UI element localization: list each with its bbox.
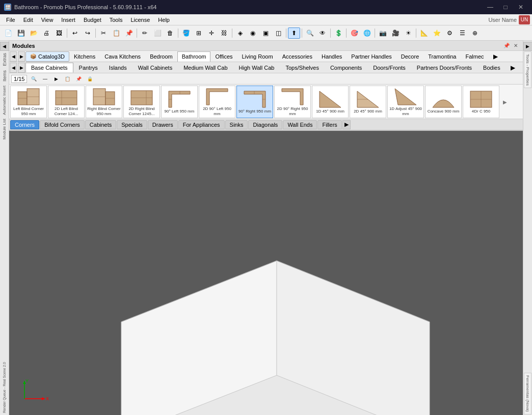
catalog-tab-bathroom[interactable]: Bathroom	[177, 51, 211, 62]
tb-open[interactable]: 📂	[28, 27, 40, 39]
tb-eye[interactable]: 👁	[316, 27, 329, 39]
sidebar-tab-render[interactable]: Render Queue - Real Scene 2.0	[2, 360, 7, 415]
maximize-button[interactable]: □	[498, 3, 513, 12]
catalog-tab-tramontina[interactable]: Tramontina	[423, 51, 461, 62]
sub-tab-high-wall[interactable]: High Wall Cab	[233, 63, 280, 73]
catalog-nav-left[interactable]: ◀	[10, 51, 17, 62]
right-tab-tools-properties[interactable]: Tools - Properties	[524, 51, 531, 88]
menu-tools[interactable]: Tools	[105, 16, 127, 24]
tb-print[interactable]: 🖨	[40, 27, 52, 39]
item-2d-45[interactable]: 2D 45° 900 mm	[350, 86, 386, 118]
catalog-tab-handles[interactable]: Handles	[317, 51, 347, 62]
sub-tab-base-cabinets[interactable]: Base Cabinets	[25, 63, 73, 73]
right-sidebar-toggle[interactable]: ▶	[523, 42, 533, 51]
item-90-right[interactable]: 90° Right 950 mm	[236, 86, 273, 118]
item-2d-90-right[interactable]: 2D 90° Right 950 mm	[274, 86, 311, 118]
catalog-tab-cava[interactable]: Cava Kitchens	[100, 51, 145, 62]
menu-license[interactable]: License	[126, 16, 154, 24]
cat-tab-more[interactable]: ▶	[342, 120, 351, 129]
catalog-tab-partner-handles[interactable]: Partner Handles	[347, 51, 396, 62]
tb-new[interactable]: 📄	[2, 27, 14, 39]
tb-undo[interactable]: ↩	[69, 27, 81, 39]
tb-pencil[interactable]: ✏	[139, 27, 151, 39]
tb-calc[interactable]: 💲	[332, 27, 344, 39]
tb-layer[interactable]: ◉	[247, 27, 259, 39]
viewport[interactable]: X Y	[9, 131, 523, 415]
tb-settings[interactable]: ⚙	[443, 27, 456, 39]
items-tb-6[interactable]: 🔒	[85, 74, 94, 84]
tb-paste[interactable]: 📌	[123, 27, 135, 39]
tb-list[interactable]: ☰	[456, 27, 468, 39]
catalog-tab-offices[interactable]: Offices	[210, 51, 237, 62]
sub-tab-islands[interactable]: Islands	[103, 63, 132, 73]
sub-tab-wall-cabinets[interactable]: Wall Cabinets	[132, 63, 178, 73]
cat-tab-wall-ends[interactable]: Wall Ends	[283, 120, 317, 129]
catalog-tab-more[interactable]: ▶	[489, 51, 502, 62]
sidebar-tab-items[interactable]: Items	[1, 68, 8, 84]
items-tb-3[interactable]: ▶	[51, 74, 61, 84]
item-1d-adjust-45[interactable]: 1D Adjust 45° 900 mm	[387, 86, 424, 118]
tb-img[interactable]: 🖼	[53, 27, 65, 39]
item-2d-90-left[interactable]: 2D 90° Left 950 mm	[199, 86, 235, 118]
item-right-blind[interactable]: Right Blind Corner 950 mm	[86, 86, 122, 118]
menu-view[interactable]: View	[37, 16, 58, 24]
cat-tab-drawers[interactable]: Drawers	[148, 120, 178, 129]
menu-insert[interactable]: Insert	[57, 16, 79, 24]
sub-tab-partner-doors[interactable]: Partners Doors/Fronts	[411, 63, 477, 73]
sub-tab-bodies[interactable]: Bodies	[477, 63, 506, 73]
tb-zoom[interactable]: 🔍	[304, 27, 316, 39]
catalog-tab-bedroom[interactable]: Bedroom	[145, 51, 177, 62]
modules-close-btn[interactable]: ✕	[512, 42, 520, 49]
tb-snap[interactable]: ◈	[234, 27, 246, 39]
tb-grid[interactable]: ⊞	[193, 27, 205, 39]
menu-budget[interactable]: Budget	[79, 16, 105, 24]
menu-edit[interactable]: Edit	[19, 16, 37, 24]
menu-help[interactable]: Help	[154, 16, 174, 24]
sidebar-tab-extras[interactable]: Extras	[1, 51, 8, 68]
item-2d-right-blind[interactable]: 2D Right Blind Corner 1245...	[123, 86, 160, 118]
sub-nav-right[interactable]: ▶	[18, 63, 25, 73]
tb-select[interactable]: ⬜	[151, 27, 164, 39]
cat-tab-cabinets[interactable]: Cabinets	[85, 120, 116, 129]
catalog-tab-kitchens[interactable]: Kitchens	[69, 51, 100, 62]
sidebar-tab-auto-insert[interactable]: Automatic Insert	[1, 84, 8, 117]
tb-cam2[interactable]: 🎥	[389, 27, 402, 39]
tb-more[interactable]: ⊕	[469, 27, 481, 39]
tb-sun[interactable]: ☀	[402, 27, 414, 39]
tb-cut[interactable]: ✂	[97, 27, 110, 39]
item-concave[interactable]: Concave 900 mm	[425, 86, 462, 118]
items-tb-4[interactable]: 📋	[63, 74, 72, 84]
items-tb-5[interactable]: 📌	[74, 74, 83, 84]
tb-cursor[interactable]: ⬆	[288, 27, 300, 39]
tb-connect[interactable]: ⛓	[218, 27, 230, 39]
item-2d-left-blind[interactable]: 2D Left Blind Corner 124...	[48, 86, 85, 118]
tb-move[interactable]: ✛	[205, 27, 218, 39]
tb-redo[interactable]: ↪	[82, 27, 94, 39]
tb-split[interactable]: ◫	[272, 27, 284, 39]
catalog-tab-decore[interactable]: Decore	[396, 51, 423, 62]
items-tb-1[interactable]: 🔍	[29, 74, 38, 84]
catalog-tab-accessories[interactable]: Accessories	[278, 51, 317, 62]
tb-save[interactable]: 💾	[15, 27, 27, 39]
cat-tab-corners[interactable]: Corners	[10, 120, 39, 129]
item-4dr[interactable]: 4Dr C 950	[463, 86, 499, 118]
minimize-button[interactable]: —	[483, 3, 497, 12]
cat-tab-diagonals[interactable]: Diagonals	[248, 120, 282, 129]
cat-tab-specials[interactable]: Specials	[117, 120, 147, 129]
cat-tab-bifold[interactable]: Bifold Corners	[40, 120, 85, 129]
catalog-tab-falmec[interactable]: Falmec	[461, 51, 489, 62]
sub-tab-medium-wall[interactable]: Medium Wall Cab	[178, 63, 233, 73]
modules-pin-btn[interactable]: 📌	[502, 42, 511, 49]
cat-tab-appliances[interactable]: For Appliances	[178, 120, 225, 129]
item-left-blind-corner[interactable]: Left Blind Corner 950 mm	[10, 86, 47, 118]
sub-tab-tops[interactable]: Tops/Shelves	[280, 63, 324, 73]
sub-tab-pantrys[interactable]: Pantrys	[73, 63, 103, 73]
item-90-left[interactable]: 90° Left 950 mm	[161, 86, 198, 118]
tb-copy[interactable]: 📋	[110, 27, 122, 39]
sidebar-tab-module-list[interactable]: Module List	[1, 117, 8, 142]
tb-cam[interactable]: 📷	[377, 27, 389, 39]
left-sidebar-toggle[interactable]: ◀	[0, 42, 9, 51]
menu-file[interactable]: File	[2, 16, 19, 24]
close-button[interactable]: ✕	[514, 3, 528, 12]
items-scroll-right[interactable]: ▶	[500, 86, 510, 118]
